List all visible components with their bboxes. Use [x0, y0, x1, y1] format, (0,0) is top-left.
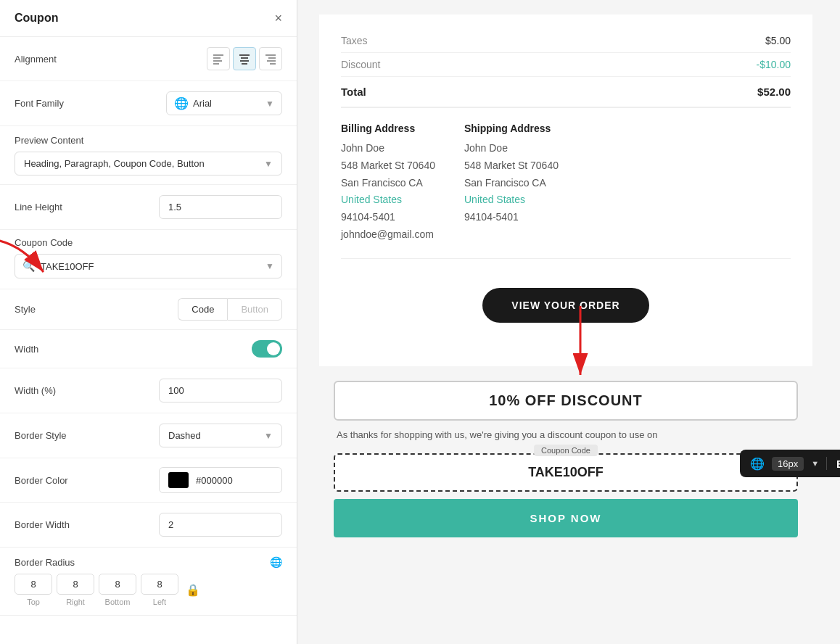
width-percent-input[interactable] [159, 379, 282, 402]
svg-rect-11 [270, 63, 276, 65]
globe-icon: 🌐 [270, 556, 282, 568]
svg-rect-7 [242, 63, 247, 65]
coupon-code-select[interactable]: 🔍 TAKE10OFF ▼ [15, 254, 282, 278]
width-label: Width [15, 344, 38, 355]
font-family-select[interactable]: 🌐 Arial ▼ [166, 91, 282, 115]
globe-icon: 🌐 [174, 96, 189, 110]
style-buttons: Code Button [178, 298, 282, 321]
discount-label: Discount [341, 59, 380, 70]
coupon-preview-section: 🌐 16px ▼ B I ⇌ S ▾ A 10% OFF DISCOUNT As… [319, 366, 812, 552]
shipping-country: United States [464, 191, 559, 209]
panel-title: Coupon [15, 12, 58, 25]
coupon-code-badge: Coupon Code [534, 445, 598, 456]
shipping-zip: 94104-5401 [464, 209, 559, 226]
billing-country: United States [341, 191, 435, 209]
border-radius-top-input[interactable] [15, 574, 52, 595]
shipping-address: Shipping Address John Doe 548 Market St … [464, 123, 559, 244]
border-radius-bottom-group: Bottom [99, 574, 136, 606]
search-icon: 🔍 [22, 260, 35, 272]
color-hex-value: #000000 [196, 475, 233, 486]
style-code-button[interactable]: Code [178, 298, 227, 321]
border-radius-right-group: Right [57, 574, 94, 606]
border-width-input[interactable] [159, 513, 282, 537]
line-height-row: Line Height [0, 185, 297, 230]
chevron-down-icon: ▼ [265, 99, 274, 109]
toolbar-font-size[interactable]: 16px [772, 457, 804, 471]
shipping-name: John Doe [464, 140, 559, 157]
br-bottom-label: Bottom [105, 598, 131, 606]
shipping-label: Shipping Address [464, 123, 559, 134]
line-height-label: Line Height [15, 202, 62, 212]
toolbar-divider [826, 457, 827, 470]
toolbar-bold-button[interactable]: B [834, 456, 840, 471]
total-value: $52.00 [757, 86, 791, 98]
coupon-code-value-box[interactable]: TAKE10OFF [334, 453, 798, 492]
border-radius-right-input[interactable] [57, 574, 94, 595]
border-style-row: Border Style Dashed ▼ [0, 413, 297, 458]
preview-content-value: Heading, Paragraph, Coupon Code, Button [24, 158, 205, 169]
billing-city: San Francisco CA [341, 175, 435, 192]
style-button-button[interactable]: Button [227, 298, 282, 321]
br-left-label: Left [153, 598, 166, 606]
view-order-button[interactable]: VIEW YOUR ORDER [482, 288, 648, 323]
settings-panel: Coupon × Alignment Font Family 🌐 Arial ▼… [0, 0, 297, 644]
svg-rect-4 [239, 54, 250, 56]
border-color-row: Border Color #000000 [0, 458, 297, 503]
svg-rect-3 [213, 63, 219, 65]
font-family-value: Arial [193, 98, 261, 109]
address-section: Billing Address John Doe 548 Market St 7… [341, 108, 791, 259]
svg-rect-5 [241, 57, 248, 59]
chevron-down-icon: ▼ [265, 261, 274, 271]
coupon-title: 10% OFF DISCOUNT [345, 392, 786, 409]
border-style-select[interactable]: Dashed ▼ [159, 424, 282, 447]
billing-address: Billing Address John Doe 548 Market St 7… [341, 123, 435, 244]
preview-content-label: Preview Content [15, 135, 282, 146]
font-family-label: Font Family [15, 98, 64, 109]
shipping-city: San Francisco CA [464, 175, 559, 192]
taxes-row: Taxes $5.00 [341, 29, 791, 53]
color-swatch [168, 472, 189, 488]
align-left-button[interactable] [207, 47, 230, 70]
align-right-button[interactable] [259, 47, 282, 70]
lock-icon[interactable]: 🔒 [186, 583, 200, 597]
coupon-code-label: Coupon Code [15, 237, 282, 248]
svg-rect-1 [213, 57, 221, 59]
discount-value: -$10.00 [757, 59, 791, 70]
total-row: Total $52.00 [341, 77, 791, 108]
preview-content-row: Preview Content Heading, Paragraph, Coup… [0, 126, 297, 185]
billing-zip: 94104-5401 [341, 209, 435, 226]
toolbar-chevron-icon[interactable]: ▼ [811, 459, 819, 468]
align-center-button[interactable] [233, 47, 256, 70]
discount-row: Discount -$10.00 [341, 53, 791, 77]
taxes-value: $5.00 [765, 35, 791, 46]
width-percent-row: Width (%) [0, 368, 297, 413]
billing-email: johndoe@gmail.com [341, 226, 435, 244]
billing-address1: 548 Market St 70640 [341, 157, 435, 175]
br-top-label: Top [27, 598, 40, 606]
shipping-address1: 548 Market St 70640 [464, 157, 559, 175]
border-radius-top-group: Top [15, 574, 52, 606]
border-radius-left-input[interactable] [141, 574, 178, 595]
border-radius-label: Border Radius [15, 557, 75, 568]
toolbar-globe-icon[interactable]: 🌐 [750, 457, 765, 471]
right-panel: Taxes $5.00 Discount -$10.00 Total $52.0… [297, 0, 840, 644]
svg-rect-9 [268, 57, 276, 59]
close-button[interactable]: × [274, 12, 282, 25]
coupon-code-input-value: TAKE10OFF [41, 261, 265, 272]
coupon-description: As thanks for shopping with us, we're gi… [334, 424, 798, 446]
preview-content-select[interactable]: Heading, Paragraph, Coupon Code, Button … [15, 152, 282, 176]
line-height-input[interactable] [159, 195, 282, 219]
chevron-down-icon: ▼ [264, 431, 273, 441]
shop-now-button[interactable]: SHOP NOW [334, 499, 798, 537]
total-label: Total [341, 86, 366, 98]
border-color-picker[interactable]: #000000 [159, 467, 282, 493]
coupon-code-display: TAKE10OFF [528, 465, 604, 479]
border-width-label: Border Width [15, 519, 70, 530]
taxes-label: Taxes [341, 35, 368, 46]
width-toggle[interactable] [252, 340, 282, 358]
border-radius-bottom-input[interactable] [99, 574, 136, 595]
receipt-section: Taxes $5.00 Discount -$10.00 Total $52.0… [319, 15, 812, 366]
br-right-label: Right [66, 598, 85, 606]
chevron-down-icon: ▼ [264, 159, 273, 169]
border-color-label: Border Color [15, 475, 68, 486]
